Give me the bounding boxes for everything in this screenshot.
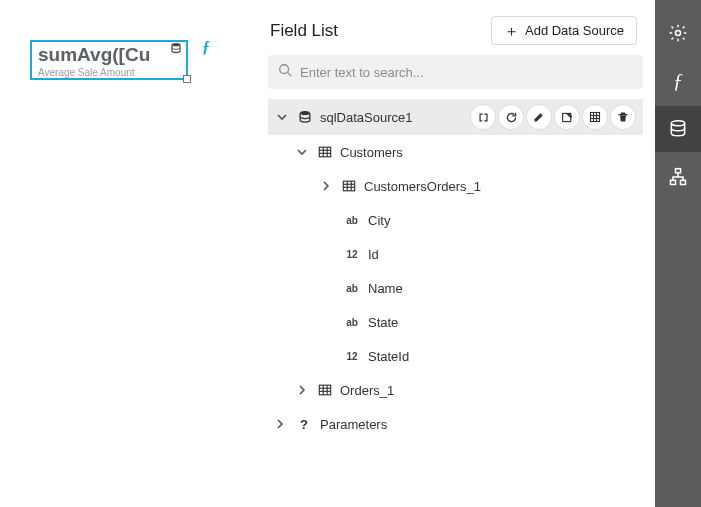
table-label: Customers <box>340 145 637 160</box>
svg-point-3 <box>300 111 310 115</box>
database-icon <box>170 40 184 52</box>
add-data-source-label: Add Data Source <box>525 23 624 38</box>
svg-rect-15 <box>343 181 354 191</box>
table-label: Orders_1 <box>340 383 637 398</box>
fx-icon: ƒ <box>202 38 210 56</box>
field-tree: sqlDataSource1 <box>268 99 643 495</box>
svg-point-1 <box>280 65 289 74</box>
chevron-down-icon[interactable] <box>296 146 310 158</box>
type-badge-number: 12 <box>344 249 360 260</box>
search-icon <box>278 63 292 81</box>
field-label: StateId <box>368 349 637 364</box>
data-source-node[interactable]: sqlDataSource1 <box>268 99 643 135</box>
table-label: CustomersOrders_1 <box>364 179 637 194</box>
svg-rect-27 <box>676 169 681 173</box>
element-subtitle: Average Sale Amount <box>38 67 180 78</box>
chevron-right-icon[interactable] <box>296 384 310 396</box>
field-label: State <box>368 315 637 330</box>
type-badge-text: ab <box>344 317 360 328</box>
field-label: Id <box>368 247 637 262</box>
settings-tab[interactable] <box>655 10 701 56</box>
field-list-panel: Field List ＋ Add Data Source sqlDataSo <box>250 0 655 507</box>
table-node-customers[interactable]: Customers <box>268 135 643 169</box>
resize-handle[interactable] <box>183 75 191 83</box>
chevron-right-icon[interactable] <box>320 180 334 192</box>
svg-rect-29 <box>681 180 686 184</box>
table-node-orders[interactable]: Orders_1 <box>268 373 643 407</box>
table-icon <box>318 145 332 159</box>
export-button[interactable] <box>555 105 579 129</box>
chevron-down-icon[interactable] <box>276 111 290 123</box>
element-expression: sumAvg([Cu <box>38 44 180 66</box>
design-canvas[interactable]: ƒ sumAvg([Cu Average Sale Amount <box>0 0 250 507</box>
field-node[interactable]: ab State <box>268 305 643 339</box>
svg-point-26 <box>671 121 684 126</box>
plus-icon: ＋ <box>504 23 519 38</box>
edit-button[interactable] <box>527 105 551 129</box>
delete-button[interactable] <box>611 105 635 129</box>
table-icon <box>318 383 332 397</box>
question-icon: ? <box>296 417 312 432</box>
chevron-right-icon[interactable] <box>274 418 288 430</box>
svg-rect-10 <box>319 147 330 157</box>
type-badge-text: ab <box>344 215 360 226</box>
svg-rect-28 <box>671 180 676 184</box>
type-badge-number: 12 <box>344 351 360 362</box>
svg-rect-20 <box>319 385 330 395</box>
type-badge-text: ab <box>344 283 360 294</box>
fx-icon: ƒ <box>673 70 683 93</box>
selected-element[interactable]: ƒ sumAvg([Cu Average Sale Amount <box>30 40 188 80</box>
grid-button[interactable] <box>583 105 607 129</box>
database-icon <box>298 110 312 124</box>
data-source-label: sqlDataSource1 <box>320 110 463 125</box>
search-input[interactable] <box>300 65 633 80</box>
data-sources-tab[interactable] <box>655 106 701 152</box>
field-node[interactable]: ab City <box>268 203 643 237</box>
field-label: Name <box>368 281 637 296</box>
hierarchy-tab[interactable] <box>655 154 701 200</box>
refresh-button[interactable] <box>499 105 523 129</box>
svg-rect-5 <box>591 113 600 122</box>
panel-title: Field List <box>270 21 338 41</box>
rename-button[interactable] <box>471 105 495 129</box>
add-data-source-button[interactable]: ＋ Add Data Source <box>491 16 637 45</box>
search-box[interactable] <box>268 55 643 89</box>
field-label: City <box>368 213 637 228</box>
svg-point-0 <box>172 43 180 46</box>
table-node-customers-orders[interactable]: CustomersOrders_1 <box>268 169 643 203</box>
expressions-tab[interactable]: ƒ <box>655 58 701 104</box>
svg-line-2 <box>288 73 292 77</box>
field-node[interactable]: ab Name <box>268 271 643 305</box>
svg-point-25 <box>676 31 681 36</box>
field-node[interactable]: 12 Id <box>268 237 643 271</box>
table-icon <box>342 179 356 193</box>
parameters-label: Parameters <box>320 417 637 432</box>
right-sidebar: ƒ <box>655 0 701 507</box>
field-node[interactable]: 12 StateId <box>268 339 643 373</box>
parameters-node[interactable]: ? Parameters <box>268 407 643 441</box>
